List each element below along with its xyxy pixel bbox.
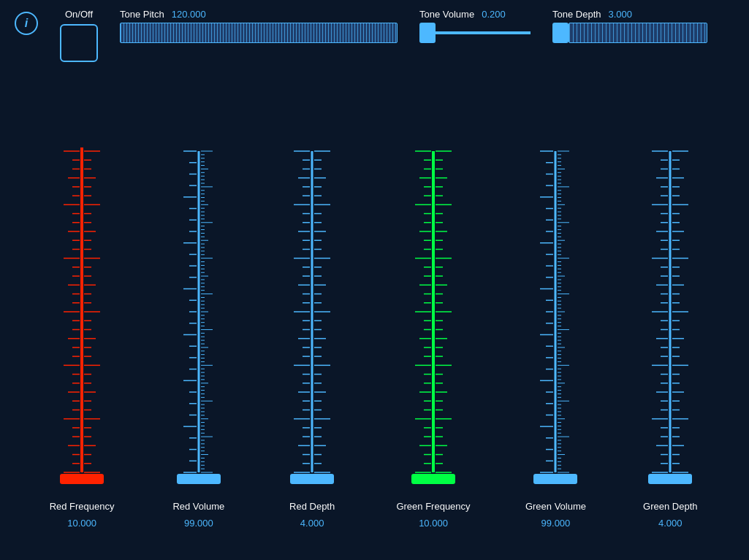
tone-volume-section: Tone Volume 0.200 [419, 9, 531, 43]
red-frequency-label: Red Frequency [50, 501, 115, 512]
red-depth-label: Red Depth [289, 501, 335, 512]
onoff-section: On/Off [60, 9, 98, 62]
tone-depth-handle[interactable] [552, 23, 569, 43]
green-depth-value: 4.000 [658, 518, 683, 529]
tone-depth-label: Tone Depth [552, 9, 601, 20]
red-depth-value: 4.000 [300, 518, 324, 529]
tone-depth-value: 3.000 [609, 9, 633, 20]
red-frequency-value: 10.000 [67, 518, 96, 529]
green-volume-value: 99.000 [541, 518, 571, 529]
green-frequency-value: 10.000 [419, 518, 448, 529]
green-frequency-slider[interactable] [404, 147, 463, 491]
tone-volume-value: 0.200 [482, 9, 506, 20]
main-sliders-area: /* generated by JS below */ Red Frequenc… [0, 71, 749, 536]
tone-pitch-value: 120.000 [172, 9, 206, 20]
red-volume-column: Red Volume 99.000 [170, 147, 228, 536]
green-frequency-label: Green Frequency [396, 501, 470, 512]
green-volume-slider[interactable] [526, 147, 585, 491]
tone-volume-line [436, 31, 531, 34]
onoff-label: On/Off [65, 9, 93, 20]
onoff-button[interactable] [60, 24, 98, 62]
red-depth-slider[interactable] [283, 147, 341, 491]
red-frequency-column: /* generated by JS below */ Red Frequenc… [50, 147, 115, 536]
green-depth-label: Green Depth [643, 501, 697, 512]
tone-volume-track [419, 23, 531, 43]
red-volume-slider[interactable] [170, 147, 228, 491]
green-volume-label: Green Volume [525, 501, 586, 512]
red-volume-label: Red Volume [172, 501, 224, 512]
tone-depth-track [552, 23, 707, 43]
green-depth-column: Green Depth 4.000 [641, 147, 699, 536]
tone-depth-slider[interactable] [569, 23, 707, 43]
red-depth-column: Red Depth 4.000 [283, 147, 341, 536]
top-bar: i On/Off Tone Pitch 120.000 Tone Volume … [0, 0, 749, 71]
tone-pitch-label: Tone Pitch [120, 9, 164, 20]
tone-volume-label: Tone Volume [419, 9, 474, 20]
red-volume-value: 99.000 [184, 518, 213, 529]
green-frequency-column: Green Frequency 10.000 [396, 147, 470, 536]
tone-pitch-section: Tone Pitch 120.000 [120, 9, 398, 43]
tone-volume-handle[interactable] [419, 23, 436, 43]
tone-depth-section: Tone Depth 3.000 [552, 9, 707, 43]
green-depth-slider[interactable] [641, 147, 699, 491]
tone-pitch-slider[interactable] [120, 23, 398, 43]
green-volume-column: Green Volume 99.000 [525, 147, 586, 536]
info-icon[interactable]: i [15, 12, 38, 35]
red-frequency-slider[interactable]: /* generated by JS below */ [53, 147, 111, 491]
